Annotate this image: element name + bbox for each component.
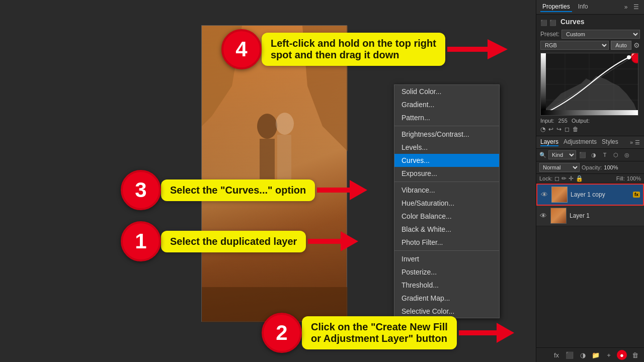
filter-smart-icon[interactable]: ◎ — [622, 150, 631, 159]
create-fill-button[interactable]: ● — [617, 350, 627, 360]
layer-thumb-copy — [551, 187, 568, 203]
menu-color-balance[interactable]: Color Balance... — [394, 210, 499, 223]
fx-button[interactable]: fx — [551, 350, 561, 360]
curves-panel-icons: ⬛ ⬛ — [540, 20, 556, 26]
svg-marker-18 — [447, 39, 508, 59]
filter-adjust-icon[interactable]: ◑ — [589, 150, 598, 159]
channel-row: RGB Auto ⚙ — [540, 41, 640, 50]
layer-name-copy: Layer 1 copy — [571, 191, 630, 198]
input-value: 255 — [558, 118, 568, 124]
layer-item-copy[interactable]: 👁 Layer 1 copy fx — [536, 184, 644, 206]
add-mask-button[interactable]: ⬛ — [565, 350, 575, 360]
step-2-circle: 2 — [262, 313, 302, 353]
fx-badge: fx — [633, 192, 640, 198]
menu-vibrance[interactable]: Vibrance... — [394, 184, 499, 197]
menu-black-white[interactable]: Black & White... — [394, 223, 499, 236]
curves-svg — [541, 53, 638, 115]
svg-marker-20 — [308, 231, 358, 251]
channel-select[interactable]: RGB — [540, 41, 609, 50]
curve-icon-2[interactable]: ↩ — [548, 126, 553, 133]
svg-marker-19 — [317, 180, 367, 200]
menu-levels[interactable]: Levels... — [394, 141, 499, 154]
svg-point-15 — [632, 54, 638, 63]
layer-item-base[interactable]: 👁 Layer 1 — [536, 206, 644, 226]
layers-header: Layers Adjustments Styles » ☰ — [536, 136, 644, 149]
menu-invert[interactable]: Invert — [394, 252, 499, 265]
layers-kind-filter[interactable]: Kind — [548, 150, 576, 159]
blend-mode-select[interactable]: Normal — [539, 163, 580, 172]
svg-point-0 — [257, 114, 277, 139]
lock-transparent-icon[interactable]: ◻ — [554, 175, 559, 182]
menu-photo-filter[interactable]: Photo Filter... — [394, 236, 499, 249]
menu-solid-color[interactable]: Solid Color... — [394, 85, 499, 98]
tab-adjustments[interactable]: Adjustments — [564, 138, 597, 146]
step-2-bubble: Click on the "Create New Fillor Adjustme… — [302, 316, 457, 349]
svg-point-2 — [276, 113, 294, 135]
curve-icon-1[interactable]: ◔ — [540, 126, 545, 133]
lock-pixels-icon[interactable]: ✏ — [561, 175, 567, 182]
annotation-3: 3 Select the "Curves..." option — [121, 170, 367, 210]
annotation-2: 2 Click on the "Create New Fillor Adjust… — [262, 313, 514, 353]
panel-tabs: Properties Info — [540, 2, 590, 12]
lock-position-icon[interactable]: ✛ — [569, 175, 574, 182]
annotation-1: 1 Select the duplicated layer — [121, 221, 358, 261]
menu-threshold[interactable]: Threshold... — [394, 279, 499, 292]
delete-layer-button[interactable]: 🗑 — [630, 350, 640, 360]
curve-icon-5[interactable]: 🗑 — [573, 126, 579, 133]
layers-header-icons: » ☰ — [630, 139, 640, 146]
curves-panel: ⬛ ⬛ Curves Preset: Custom RGB Auto ⚙ — [536, 15, 644, 136]
menu-brightness-contrast[interactable]: Brightness/Contrast... — [394, 128, 499, 141]
layer-visibility-copy[interactable]: 👁 — [540, 191, 548, 199]
step-3-bubble: Select the "Curves..." option — [161, 179, 315, 201]
tab-styles[interactable]: Styles — [602, 138, 618, 146]
expand-icon[interactable]: » — [622, 3, 630, 11]
curves-graph[interactable] — [540, 53, 638, 116]
tab-layers[interactable]: Layers — [540, 138, 558, 146]
layers-tabs: Layers Adjustments Styles — [540, 138, 618, 146]
menu-separator-3 — [394, 250, 499, 251]
menu-gradient-map[interactable]: Gradient Map... — [394, 292, 499, 305]
step-4-arrow — [447, 39, 508, 59]
curves-icon-1: ⬛ — [540, 20, 547, 26]
layers-filter-toolbar: 🔍 Kind ⬛ ◑ T ⬡ ◎ — [536, 149, 644, 161]
tab-info[interactable]: Info — [576, 2, 590, 12]
new-layer-button[interactable]: + — [604, 350, 614, 360]
options-icon[interactable]: ⚙ — [633, 41, 640, 49]
group-button[interactable]: 📁 — [591, 350, 601, 360]
tab-properties[interactable]: Properties — [540, 2, 572, 12]
preset-select[interactable]: Custom — [561, 30, 640, 39]
step-4-bubble: Left-click and hold on the top rightspot… — [262, 33, 445, 66]
lock-all-icon[interactable]: 🔒 — [576, 175, 583, 182]
layers-menu-icon[interactable]: ☰ — [635, 139, 640, 146]
menu-exposure[interactable]: Exposure... — [394, 167, 499, 180]
menu-icon[interactable]: ☰ — [632, 3, 640, 11]
menu-hue-saturation[interactable]: Hue/Saturation... — [394, 197, 499, 210]
menu-gradient[interactable]: Gradient... — [394, 98, 499, 111]
menu-pattern[interactable]: Pattern... — [394, 111, 499, 124]
menu-curves[interactable]: Curves... — [394, 154, 499, 167]
preset-row: Preset: Custom — [540, 30, 640, 39]
step-3-circle: 3 — [121, 170, 161, 210]
layer-thumb-base — [550, 208, 567, 224]
step-2-arrow — [459, 323, 514, 343]
step-4-circle: 4 — [221, 29, 262, 69]
curves-icon-2: ⬛ — [549, 20, 556, 26]
layer-visibility-base[interactable]: 👁 — [539, 212, 547, 220]
blend-mode-row: Normal Opacity: 100% — [536, 161, 644, 174]
filter-shape-icon[interactable]: ⬡ — [611, 150, 620, 159]
curve-icon-4[interactable]: ◻ — [565, 126, 570, 133]
menu-posterize[interactable]: Posterize... — [394, 265, 499, 279]
curves-input-row: Input: 255 Output: — [540, 118, 640, 124]
output-label: Output: — [572, 118, 590, 124]
layers-spacer — [536, 226, 644, 347]
preset-label: Preset: — [540, 31, 559, 38]
adjustment-layer-button[interactable]: ◑ — [578, 350, 588, 360]
curve-icon-3[interactable]: ↪ — [556, 126, 561, 133]
opacity-value: 100% — [604, 164, 618, 170]
curves-panel-title: Curves — [560, 18, 584, 26]
auto-button[interactable]: Auto — [611, 41, 631, 50]
filter-pixel-icon[interactable]: ⬛ — [578, 150, 587, 159]
layers-expand-icon[interactable]: » — [630, 139, 633, 146]
filter-type-icon[interactable]: T — [600, 150, 609, 159]
filter-label: 🔍 — [539, 152, 546, 158]
